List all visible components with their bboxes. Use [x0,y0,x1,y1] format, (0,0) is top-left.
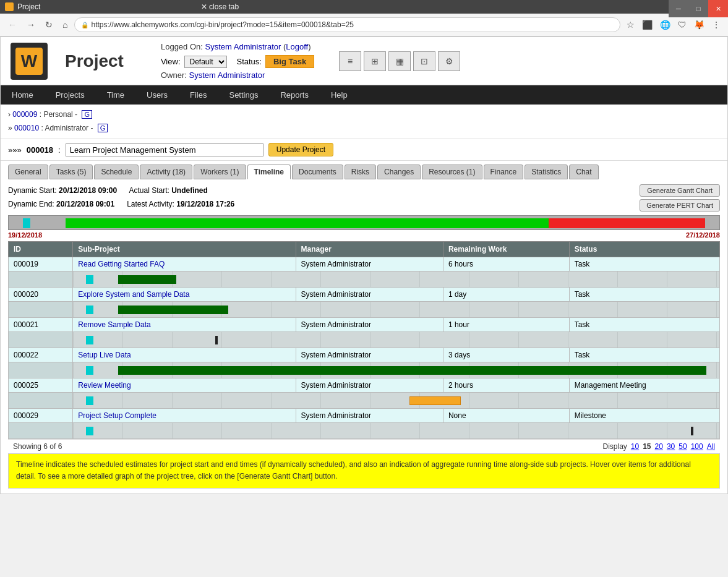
tab-activity[interactable]: Activity (18) [140,165,192,179]
gantt-end-date: 27/12/2018 [686,231,720,239]
table-footer: Showing 6 of 6 Display 10 15 20 30 50 10… [8,439,720,453]
breadcrumb-g-link-2[interactable]: G [98,124,108,132]
cell-name: Setup Live Data [73,348,296,362]
gantt-date-labels: 19/12/2018 27/12/2018 [8,231,720,239]
owner-link[interactable]: System Administrator [189,71,265,80]
gantt-bar-black-6 [691,427,693,435]
menu-icon[interactable]: ⋮ [709,19,723,31]
tab-statistics[interactable]: Statistics [525,165,568,179]
breadcrumb-g-link-1[interactable]: G [82,110,92,119]
display-options: Display 10 15 20 30 50 100 All [602,442,715,451]
icon-btn-5[interactable]: ⚙ [438,51,460,71]
home-button[interactable]: ⌂ [59,19,71,31]
gantt-bar-cyan-1 [86,275,93,284]
gantt-empty-6 [9,423,73,439]
latest-activity-label: Latest Activity: [127,200,174,208]
display-50[interactable]: 50 [679,442,687,451]
display-10[interactable]: 10 [631,442,639,451]
table-row-gantt [9,393,720,409]
col-manager: Manager [296,242,443,257]
subproject-link[interactable]: Explore System and Sample Data [78,290,189,299]
window-controls: ─ □ ✕ [669,0,728,17]
breadcrumb-area: › 000009 : Personal - G » 000010 : Admin… [1,105,727,139]
icon-btn-4[interactable]: ⊡ [413,51,435,71]
showing-text: Showing 6 of 6 [13,442,62,451]
forward-button[interactable]: → [24,19,38,31]
table-row: 000025 Review Meeting System Administrat… [9,378,720,393]
dynamic-end-value: 20/12/2018 09:01 [56,200,114,208]
gantt-cell-5 [73,393,720,409]
breadcrumb-link-000010[interactable]: 000010 [14,124,39,132]
generate-gantt-button[interactable]: Generate Gantt Chart [640,184,720,197]
address-bar[interactable]: 🔒 https://www.alchemyworks.com/cgi-bin/p… [74,17,620,32]
nav-home[interactable]: Home [1,85,45,105]
table-row-gantt [9,332,720,348]
extension-icon3[interactable]: 🛡 [675,19,689,31]
icon-btn-2[interactable]: ⊞ [364,51,386,71]
nav-files[interactable]: Files [179,85,218,105]
table-header: ID Sub-Project Manager Remaining Work St… [9,242,720,257]
subproject-link[interactable]: Read Getting Started FAQ [78,260,165,268]
nav-users[interactable]: Users [135,85,179,105]
maximize-button[interactable]: □ [688,0,708,17]
generate-pert-button[interactable]: Generate PERT Chart [640,199,720,212]
tab-finance[interactable]: Finance [484,165,524,179]
view-select[interactable]: Default [184,56,227,68]
nav-time[interactable]: Time [96,85,135,105]
tab-timeline[interactable]: Timeline [247,165,291,179]
tab-changes[interactable]: Changes [377,165,421,179]
display-20[interactable]: 20 [655,442,663,451]
tab-documents[interactable]: Documents [292,165,343,179]
info-bar: Timeline indicates the scheduled estimat… [8,453,720,488]
subproject-link[interactable]: Setup Live Data [78,351,131,359]
extension-icon2[interactable]: 🌐 [657,19,673,31]
tab-tasks[interactable]: Tasks (5) [49,165,93,179]
subproject-link[interactable]: Project Setup Complete [78,411,156,420]
app-header: W Project Logged On: System Administrato… [1,37,727,85]
main-nav: Home Projects Time Users Files Settings … [1,85,727,105]
close-button[interactable]: ✕ [708,0,728,17]
status-row: Status: Big Task [237,55,315,68]
subproject-link[interactable]: Review Meeting [78,381,131,390]
nav-settings[interactable]: Settings [218,85,269,105]
breadcrumb-link-000009[interactable]: 000009 [12,110,37,119]
logoff-link[interactable]: Logoff [286,42,308,51]
user-link[interactable]: System Administrator [205,42,281,51]
bookmark-icon[interactable]: ☆ [624,19,637,31]
update-project-button[interactable]: Update Project [268,143,333,156]
tab-schedule[interactable]: Schedule [94,165,139,179]
icon-btn-3[interactable]: ▦ [388,51,411,71]
gantt-cyan-marker [23,218,30,228]
cell-status: Milestone [569,409,719,423]
display-all[interactable]: All [707,442,715,451]
reload-button[interactable]: ↻ [42,19,56,31]
display-100[interactable]: 100 [691,442,703,451]
display-label: Display [602,442,627,451]
tab-general[interactable]: General [8,165,48,179]
cell-name: Read Getting Started FAQ [73,257,296,271]
cell-status: Task [569,348,719,362]
cell-id: 000025 [9,378,73,393]
tab-workers[interactable]: Workers (1) [194,165,246,179]
nav-projects[interactable]: Projects [45,85,96,105]
subproject-link[interactable]: Remove Sample Data [78,320,150,329]
extension-icon4[interactable]: 🦊 [692,19,707,31]
minimize-button[interactable]: ─ [669,0,688,17]
extension-icon1[interactable]: ⬛ [640,19,655,31]
display-30[interactable]: 30 [667,442,675,451]
nav-help[interactable]: Help [320,85,359,105]
main-gantt-bar [8,215,720,230]
gantt-bar-cyan-6 [86,427,93,435]
tab-resources[interactable]: Resources (1) [422,165,482,179]
cell-status: Task [569,288,719,302]
tabs-bar: General Tasks (5) Schedule Activity (18)… [1,161,727,179]
icon-btn-1[interactable]: ≡ [339,51,361,71]
tab-chat[interactable]: Chat [569,165,598,179]
col-status: Status [569,242,719,257]
cell-id: 000020 [9,288,73,302]
back-button[interactable]: ← [5,19,20,31]
project-name-input[interactable] [66,143,263,156]
tab-risks[interactable]: Risks [345,165,376,179]
browser-toolbar-right: ☆ ⬛ 🌐 🛡 🦊 ⋮ [624,19,723,31]
nav-reports[interactable]: Reports [269,85,320,105]
